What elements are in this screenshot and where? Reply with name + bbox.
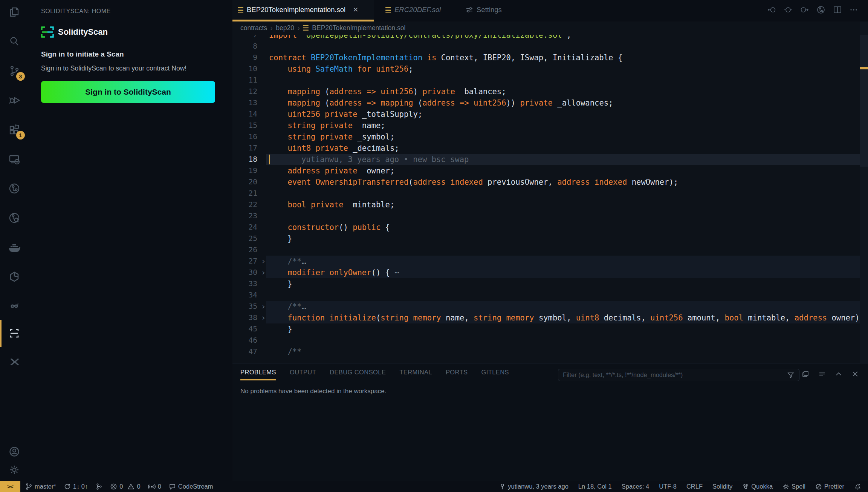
code-line-35[interactable]: 35› /**…	[232, 301, 868, 312]
problems-status[interactable]: 0 0	[110, 483, 140, 490]
code-line-9[interactable]: 9contract BEP20TokenImplementation is Co…	[232, 52, 868, 63]
editor-actions	[767, 0, 858, 20]
code-line-15[interactable]: 15 string private _name;	[232, 120, 868, 131]
code-line-11[interactable]: 11	[232, 75, 868, 86]
navigate-back-icon[interactable]	[767, 5, 776, 14]
navigate-forward-icon[interactable]	[800, 5, 809, 14]
code-line-12[interactable]: 12 mapping (address => uint256) private …	[232, 86, 868, 97]
panel-actions	[802, 370, 859, 378]
solidityscan-activity-icon[interactable]	[0, 321, 29, 345]
panel-tab-terminal[interactable]: TERMINAL	[399, 369, 432, 380]
git-graph-status-icon[interactable]	[95, 483, 102, 490]
fold-chevron-icon[interactable]: ›	[260, 301, 267, 312]
fold-chevron-icon[interactable]: ›	[260, 256, 267, 267]
fold-chevron-icon[interactable]: ›	[260, 312, 267, 323]
sync-status[interactable]: 1↓ 0↑	[64, 483, 88, 490]
inline-blame-annotation: yutianwu, 3 years ago • new bsc swap	[301, 154, 469, 165]
manage-gear-icon[interactable]	[0, 458, 29, 482]
editor-group: 7import "openzeppelin-solidity/contracts…	[232, 0, 868, 363]
code-line-10[interactable]: 10 using SafeMath for uint256;	[232, 63, 868, 75]
navigate-current-icon[interactable]	[784, 5, 793, 14]
activity-bar: 3 1	[0, 0, 29, 481]
code-line-18[interactable]: 18yutianwu, 3 years ago • new bsc swap	[232, 154, 868, 165]
breadcrumb-item[interactable]: contracts	[240, 24, 267, 32]
code-line-17[interactable]: 17 uint8 private _decimals;	[232, 143, 868, 154]
code-line-14[interactable]: 14 uint256 private _totalSupply;	[232, 109, 868, 120]
panel-close-icon[interactable]	[851, 370, 859, 378]
split-editor-icon[interactable]	[833, 5, 842, 14]
encoding-status[interactable]: UTF-8	[659, 483, 677, 490]
sidebar-title: SOLIDITYSCAN: HOME	[41, 8, 111, 15]
problems-filter-input[interactable]: Filter (e.g. text, **/*.ts, !**/node_mod…	[558, 369, 799, 381]
indentation-status[interactable]: Spaces: 4	[622, 483, 649, 490]
explorer-icon[interactable]	[0, 0, 29, 24]
scrollbar-slider[interactable]	[860, 35, 868, 167]
code-line-19[interactable]: 19 address private _owner;	[232, 165, 868, 176]
solidityscan-sidebar: SOLIDITYSCAN: HOME SolidityScan Sign in …	[29, 0, 232, 481]
vscode-window: 3 1	[0, 0, 868, 492]
status-bar: >< master* 1↓ 0↑ 0 0 0	[0, 481, 868, 492]
panel-tab-debug-console[interactable]: DEBUG CONSOLE	[330, 369, 386, 380]
code-line-45[interactable]: 45 }	[232, 323, 868, 335]
signin-heading: Sign in to initiate a Scan	[41, 50, 124, 58]
code-line-27[interactable]: 27› /**…	[232, 256, 868, 267]
fold-chevron-icon[interactable]: ›	[260, 267, 267, 278]
extensions-icon[interactable]: 1	[0, 118, 29, 142]
code-line-20[interactable]: 20 event OwnershipTransferred(address in…	[232, 176, 868, 188]
branch-status[interactable]: master*	[25, 483, 56, 490]
code-line-24[interactable]: 24 constructor() public {	[232, 222, 868, 233]
code-line-25[interactable]: 25 }	[232, 233, 868, 244]
codestream-status[interactable]: CodeStream	[169, 483, 213, 490]
prettier-status[interactable]: Prettier	[815, 483, 844, 490]
quokka-status[interactable]: Quokka	[742, 483, 773, 490]
code-line-22[interactable]: 22 bool private _mintable;	[232, 199, 868, 210]
gitlens-graph-icon[interactable]	[816, 5, 826, 15]
cursor-position[interactable]: Ln 18, Col 1	[578, 483, 612, 490]
remote-explorer-icon[interactable]	[0, 147, 29, 171]
cursor-line-marker	[860, 67, 868, 69]
remote-indicator[interactable]: ><	[0, 481, 20, 492]
notifications-bell-icon[interactable]	[854, 483, 861, 490]
panel-maximize-icon[interactable]	[835, 370, 842, 378]
source-control-icon[interactable]: 3	[0, 59, 29, 83]
infinity-icon[interactable]	[0, 294, 29, 318]
x-extension-icon[interactable]	[0, 350, 29, 374]
spell-checker-status[interactable]: Spell	[782, 483, 805, 490]
overview-ruler[interactable]	[860, 21, 868, 363]
ports-status[interactable]: 0	[148, 483, 161, 490]
panel-tab-gitlens[interactable]: GITLENS	[481, 369, 509, 380]
gitlens-icon[interactable]	[0, 176, 29, 201]
panel-menu-icon[interactable]	[818, 370, 826, 378]
code-line-34[interactable]: 34	[232, 290, 868, 301]
gitlens-inspect-icon[interactable]	[0, 206, 29, 230]
run-debug-icon[interactable]	[0, 88, 29, 112]
more-actions-icon[interactable]	[849, 5, 858, 14]
code-line-33[interactable]: 33 }	[232, 278, 868, 290]
eol-status[interactable]: CRLF	[686, 483, 703, 490]
code-line-30[interactable]: 30› modifier onlyOwner() { ⋯	[232, 267, 868, 278]
code-line-21[interactable]: 21	[232, 188, 868, 199]
package-cube-icon[interactable]	[0, 265, 29, 289]
blame-status[interactable]: yutianwu, 3 years ago	[499, 483, 568, 490]
code-area[interactable]: 7import "openzeppelin-solidity/contracts…	[232, 0, 868, 363]
signin-button[interactable]: Sign in to SolidityScan	[41, 81, 215, 103]
code-line-13[interactable]: 13 mapping (address => mapping (address …	[232, 97, 868, 109]
code-line-23[interactable]: 23	[232, 210, 868, 222]
search-icon[interactable]	[0, 29, 29, 54]
panel-tab-ports[interactable]: PORTS	[446, 369, 468, 380]
breadcrumb-item[interactable]: bep20	[276, 24, 294, 32]
code-line-47[interactable]: 47 /**	[232, 346, 868, 357]
panel-tab-output[interactable]: OUTPUT	[290, 369, 316, 380]
chevron-right-icon: ›	[298, 25, 300, 32]
breadcrumb-file[interactable]: BEP20TokenImplementation.sol	[312, 24, 405, 32]
panel-tab-problems[interactable]: PROBLEMS	[240, 369, 276, 380]
code-line-26[interactable]: 26	[232, 244, 868, 256]
language-mode[interactable]: Solidity	[712, 483, 732, 490]
code-line-16[interactable]: 16 string private _symbol;	[232, 131, 868, 143]
breadcrumb[interactable]: contracts›bep20›BEP20TokenImplementation…	[232, 21, 860, 35]
views-and-more-icon[interactable]	[802, 370, 809, 378]
docker-icon[interactable]	[0, 235, 29, 259]
code-line-8[interactable]: 8	[232, 41, 868, 52]
code-line-38[interactable]: 38› function initialize(string memory na…	[232, 312, 868, 323]
code-line-46[interactable]: 46	[232, 335, 868, 346]
